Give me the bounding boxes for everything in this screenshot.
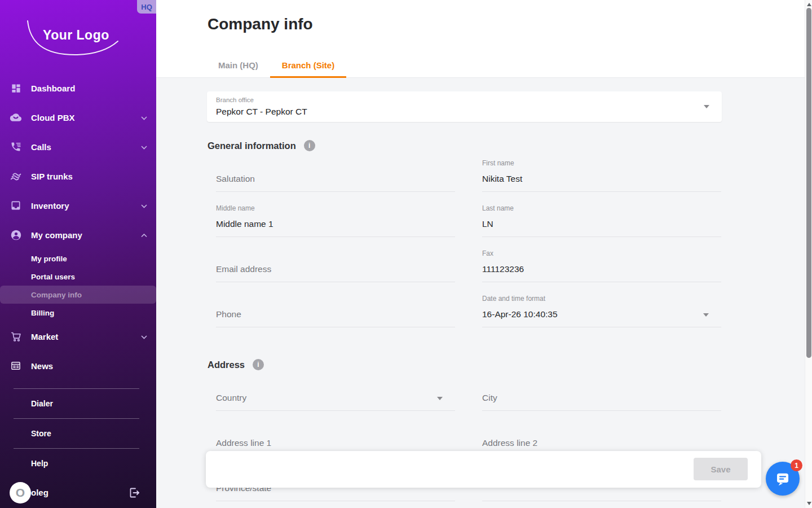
chevron-down-icon [141,142,147,152]
email-field[interactable]: Email address [216,237,455,282]
field-value: LN [482,219,493,229]
tab-bar: Main (HQ) Branch (Site) [206,54,346,78]
sidebar-item-dashboard[interactable]: Dashboard [0,73,156,103]
country-select[interactable]: Country [216,366,455,411]
fax-field[interactable]: Fax 111123236 [482,237,721,282]
sidebar-nav: Dashboard Cloud PBX Calls [0,73,156,380]
sidebar-item-my-company[interactable]: My company [0,220,156,249]
field-label: Date and time format [482,295,545,303]
field-label: First name [482,159,514,167]
chevron-down-icon [141,112,147,122]
sidebar-item-store[interactable]: Store [0,419,156,448]
chevron-down-icon [141,200,147,211]
sidebar-item-cloud-pbx[interactable]: Cloud PBX [0,103,156,132]
sidebar-footer: Dialer Store Help [0,388,156,478]
tab-branch-site[interactable]: Branch (Site) [270,54,346,78]
phone-field[interactable]: Phone [216,282,455,327]
scrollbar-up-arrow[interactable] [807,3,811,6]
sidebar-subitem-label: My profile [31,255,67,263]
save-button[interactable]: Save [694,458,748,480]
sidebar-item-market[interactable]: Market [0,322,156,351]
sidebar-footer-label: Dialer [31,399,53,408]
field-placeholder: City [482,393,497,403]
branch-office-select[interactable]: Branch office Pepkor CT - Pepkor CT [207,91,722,122]
field-label: Middle name [216,204,255,212]
scrollbar-thumb[interactable] [806,8,811,358]
branch-office-label: Branch office [216,97,254,103]
chevron-up-icon [141,230,147,240]
address-line1-field[interactable]: Address line 1 [216,411,455,456]
field-value: 111123236 [482,264,524,274]
field-value: Nikita Test [482,174,522,184]
sidebar-item-dialer[interactable]: Dialer [0,389,156,418]
scrollbar [805,0,812,508]
user-row[interactable]: O oleg [0,478,156,508]
last-name-field[interactable]: Last name LN [482,192,721,237]
sidebar-item-label: News [31,361,53,371]
page-header: Company info Main (HQ) Branch (Site) [156,0,805,78]
news-icon [9,359,23,373]
save-bar: Save [206,451,761,488]
field-placeholder: Country [216,393,246,403]
field-value: Middle name 1 [216,219,273,229]
logo-text: Your Logo [43,28,109,43]
sidebar-item-my-profile[interactable]: My profile [0,249,156,268]
address-line2-field[interactable]: Address line 2 [482,411,721,456]
phone-icon [9,140,23,154]
field-placeholder: Address line 2 [482,438,537,448]
sidebar-item-label: My company [31,230,82,240]
sidebar-item-help[interactable]: Help [0,449,156,478]
field-placeholder: Address line 1 [216,438,271,448]
branch-office-value: Pepkor CT - Pepkor CT [216,107,307,117]
sidebar-subitem-label: Billing [31,309,54,317]
sidebar-item-label: Dashboard [31,84,75,93]
sidebar-item-label: Cloud PBX [31,113,75,122]
field-value: 16-Apr-26 10:40:35 [482,309,558,319]
app-window: HQ Your Logo Dashboard Cloud PBX [0,0,812,508]
field-label: Last name [482,204,514,212]
sidebar-item-label: Inventory [31,201,69,211]
sidebar-item-company-info[interactable]: Company info [0,286,156,304]
middle-name-field[interactable]: Middle name Middle name 1 [216,192,455,237]
field-placeholder: Email address [216,264,271,274]
person-icon [9,228,23,242]
sidebar-item-billing[interactable]: Billing [0,304,156,322]
content: Branch office Pepkor CT - Pepkor CT Gene… [156,78,805,508]
avatar: O [10,482,31,503]
chat-button[interactable]: 1 [766,462,800,496]
field-placeholder: Salutation [216,174,255,184]
logo: Your Logo [0,0,156,73]
dropdown-arrow-icon [437,397,443,400]
sidebar-subitem-label: Company info [31,291,82,299]
chat-notification-badge: 1 [791,459,802,471]
sidebar-item-calls[interactable]: Calls [0,132,156,161]
main-area: Company info Main (HQ) Branch (Site) Bra… [156,0,805,508]
cart-icon [9,330,23,343]
datetime-format-select[interactable]: Date and time format 16-Apr-26 10:40:35 [482,282,721,327]
field-label: Fax [482,249,493,257]
tab-main-hq[interactable]: Main (HQ) [206,54,270,78]
sidebar-item-sip-trunks[interactable]: SIP trunks [0,161,156,191]
scrollbar-down-arrow[interactable] [807,502,811,505]
sidebar-item-label: Calls [31,142,51,152]
inventory-icon [9,199,23,212]
chevron-down-icon [141,331,147,341]
sidebar-item-news[interactable]: News [0,351,156,380]
sidebar-item-portal-users[interactable]: Portal users [0,268,156,286]
dashboard-icon [9,81,23,95]
page-title: Company info [208,15,313,33]
sidebar-subitem-label: Portal users [31,273,75,281]
cloud-icon [9,111,23,124]
user-name: oleg [31,488,48,497]
salutation-field[interactable]: Salutation [216,147,455,192]
logout-icon[interactable] [127,486,140,502]
sip-trunks-icon [9,169,23,183]
general-form-grid: Salutation First name Nikita Test Middle… [216,147,721,327]
sidebar-item-inventory[interactable]: Inventory [0,191,156,220]
first-name-field[interactable]: First name Nikita Test [482,147,721,192]
sidebar-footer-label: Store [31,429,51,438]
sidebar-item-label: Market [31,332,58,341]
field-placeholder: Phone [216,309,241,319]
sidebar: HQ Your Logo Dashboard Cloud PBX [0,0,156,508]
city-field[interactable]: City [482,366,721,411]
